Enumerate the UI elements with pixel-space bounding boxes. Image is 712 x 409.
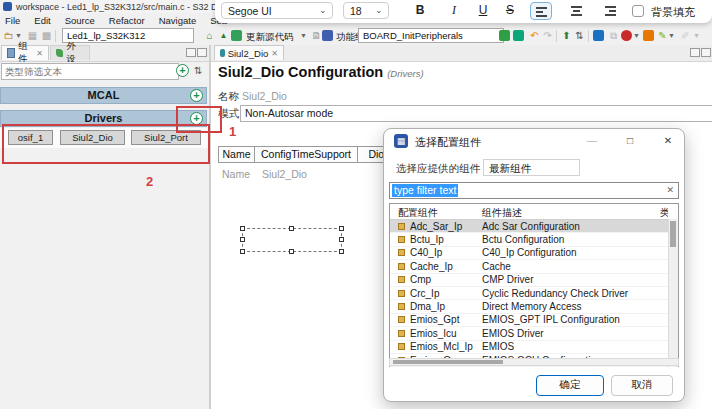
align-center-button[interactable] xyxy=(566,2,588,20)
book-teal-icon[interactable] xyxy=(513,30,524,41)
menu-edit[interactable]: Edit xyxy=(34,15,50,26)
import-icon[interactable]: ⬆ xyxy=(560,29,573,42)
dialog-filter-input[interactable]: type filter text ✕ xyxy=(389,182,679,199)
table-row[interactable]: Adc_Sar_IpAdc Sar ConfigurationD xyxy=(390,220,678,233)
dialog-close-icon[interactable]: ✕ xyxy=(660,133,676,149)
row-name: Adc_Sar_Ip xyxy=(410,221,482,232)
table-row[interactable]: Dma_IpDirect Memory AccessD xyxy=(390,300,678,313)
filter-clear-icon[interactable]: ✕ xyxy=(666,185,674,195)
row-name: Emios_Mcl_Ip xyxy=(410,341,482,352)
table-row[interactable]: Emios_Mcl_IpEMIOSD xyxy=(390,341,678,354)
ok-button[interactable]: 确定 xyxy=(536,375,604,396)
maximize-view-icon[interactable] xyxy=(197,48,207,57)
resize-handle[interactable] xyxy=(240,237,245,242)
table-header: 配置组件 组件描述 类 xyxy=(390,204,678,220)
sidebar-filter-row: + ⇅ xyxy=(0,62,209,82)
minimize-view-icon[interactable] xyxy=(186,48,196,57)
group-header-mcal[interactable]: MCAL xyxy=(0,87,207,104)
scrollbar-thumb[interactable] xyxy=(393,360,503,364)
row-name: Emios_Icu xyxy=(410,328,482,339)
background-fill-label: 背景填充 xyxy=(651,5,695,20)
resize-handle[interactable] xyxy=(240,249,245,254)
sort-icon[interactable]: ⇅ xyxy=(194,65,202,76)
menu-refactor[interactable]: Refactor xyxy=(109,15,145,26)
table-row[interactable]: Crc_IpCyclic Redundancy Check DriverD xyxy=(390,287,678,300)
table-row[interactable]: Emios_IcuEMIOS DriverD xyxy=(390,327,678,340)
warning-icon[interactable]: ▲ xyxy=(217,29,230,42)
palette-icon[interactable] xyxy=(643,30,654,41)
table-row[interactable]: Cache_IpCacheD xyxy=(390,260,678,273)
row-name: Cache_Ip xyxy=(410,261,482,272)
font-family-select[interactable]: Segoe UI xyxy=(221,2,333,19)
brush-icon[interactable]: ✐ xyxy=(679,29,692,42)
row-desc: Bctu Configuration xyxy=(482,234,670,245)
col-description[interactable]: 组件描述 xyxy=(482,206,522,220)
vertical-scrollbar[interactable] xyxy=(668,219,678,367)
background-fill-checkbox[interactable] xyxy=(632,5,644,17)
align-right-button[interactable] xyxy=(599,2,621,20)
table-row[interactable]: C40_IpC40_Ip ConfigurationD xyxy=(390,247,678,260)
editor-maximize-view-icon[interactable] xyxy=(701,48,711,57)
copy-icon[interactable]: ⧉ xyxy=(607,29,620,42)
resize-handle[interactable] xyxy=(339,226,344,231)
save-all-icon[interactable]: ▩ xyxy=(40,29,53,42)
col-category[interactable]: 类 xyxy=(660,206,668,220)
update-source-button[interactable]: 更新源代码 xyxy=(246,31,294,44)
menu-file[interactable]: File xyxy=(5,15,20,26)
bold-button[interactable]: B xyxy=(411,2,429,20)
tab-close-icon[interactable]: ✕ xyxy=(36,49,43,58)
mcal-add-icon[interactable]: + xyxy=(190,89,203,102)
menu-source[interactable]: Source xyxy=(65,15,95,26)
component-icon xyxy=(398,223,405,230)
resize-handle[interactable] xyxy=(289,249,294,254)
resize-handle[interactable] xyxy=(339,237,344,242)
resize-handle[interactable] xyxy=(240,226,245,231)
align-left-button[interactable] xyxy=(530,2,552,20)
provider-combo[interactable]: 最新组件 xyxy=(483,159,580,176)
subtab-name[interactable]: Name xyxy=(218,146,255,163)
key-icon[interactable] xyxy=(621,30,632,41)
horizontal-scrollbar[interactable] xyxy=(389,358,679,366)
mode-field[interactable]: Non-Autosar mode xyxy=(240,105,712,122)
dialog-maximize-icon[interactable]: □ xyxy=(622,133,638,149)
board-init-combo[interactable]: BOARD_InitPeripherals xyxy=(358,28,504,43)
book-green-icon[interactable] xyxy=(499,30,510,41)
tab-components[interactable]: 组件 ✕ xyxy=(1,45,49,60)
subtab-configtimesupport[interactable]: ConfigTimeSupport xyxy=(254,146,358,163)
editor-minimize-view-icon[interactable] xyxy=(690,48,700,57)
home-icon[interactable]: ⌂ xyxy=(203,29,216,42)
pencil-dropdown-icon[interactable]: ▼ xyxy=(668,29,675,42)
table-row[interactable]: Bctu_IpBctu ConfigurationD xyxy=(390,233,678,246)
more-dropdown-icon[interactable]: ▼ xyxy=(693,29,700,42)
resize-handle[interactable] xyxy=(339,249,344,254)
italic-button[interactable]: I xyxy=(445,2,463,20)
provider-label: 选择应提供的组件 xyxy=(396,162,480,176)
table-row[interactable]: CmpCMP DriverD xyxy=(390,274,678,287)
update-code-icon[interactable] xyxy=(231,30,242,41)
selection-box[interactable] xyxy=(242,228,342,252)
strikethrough-button[interactable]: S xyxy=(501,2,519,20)
key-dropdown-icon[interactable]: ▼ xyxy=(633,29,640,42)
resize-handle[interactable] xyxy=(289,226,294,231)
table-row[interactable]: Emios_GptEMIOS_GPT IPL ConfigurationD xyxy=(390,314,678,327)
undo-icon[interactable]: ↶ xyxy=(528,29,541,42)
group-mcal-label: MCAL xyxy=(88,89,120,101)
new-file-icon[interactable]: 🗀 xyxy=(2,29,15,42)
dialog-app-icon: ▦ xyxy=(394,134,408,148)
editor-tab-close-icon[interactable]: ✕ xyxy=(271,49,278,58)
underline-button[interactable]: U xyxy=(474,2,492,20)
cancel-button[interactable]: 取消 xyxy=(611,375,673,396)
scrollbar-thumb[interactable] xyxy=(670,221,676,247)
tab-peripherals[interactable]: 外设 xyxy=(50,45,90,60)
functional-group-icon[interactable] xyxy=(322,30,333,41)
add-component-icon[interactable]: + xyxy=(176,64,189,77)
tab-siul2-dio[interactable]: Siul2_Dio ✕ xyxy=(214,45,284,60)
update-source-dropdown-icon[interactable]: ▼ xyxy=(300,29,307,42)
menu-navigate[interactable]: Navigate xyxy=(159,15,197,26)
sync-icon[interactable]: ⇅ xyxy=(573,29,586,42)
col-component[interactable]: 配置组件 xyxy=(398,206,438,220)
redo-icon[interactable]: ↷ xyxy=(541,29,554,42)
pins-tool-icon[interactable] xyxy=(593,30,604,41)
dialog-titlebar[interactable]: ▦ 选择配置组件 — □ ✕ xyxy=(384,129,684,153)
type-filter-input[interactable] xyxy=(1,63,179,80)
